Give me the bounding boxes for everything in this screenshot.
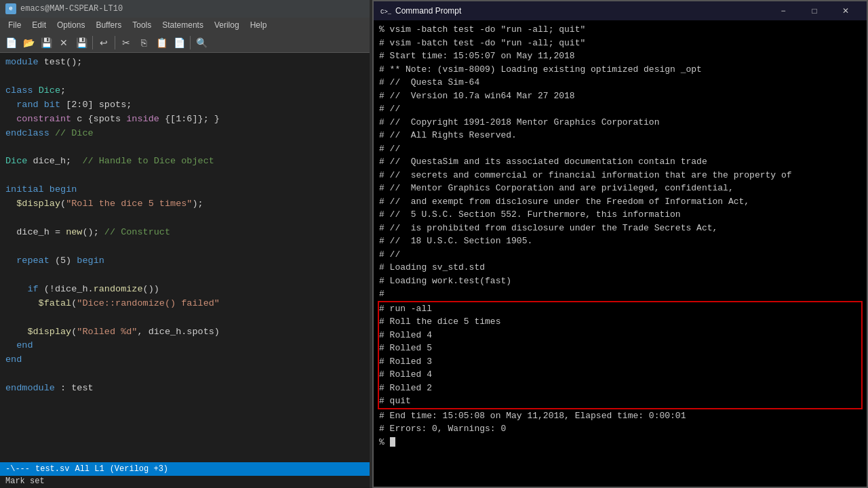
cmd-line-20: # — [379, 287, 861, 301]
cmd-line-29: # End time: 15:05:08 on May 11,2018, Ela… — [379, 409, 861, 423]
menu-file[interactable]: File — [3, 18, 26, 33]
cmd-line-4: # // Questa Sim-64 — [379, 76, 861, 89]
mode-filename: test.sv — [35, 464, 69, 474]
cmd-line-14: # // 5 U.S.C. Section 552. Furthermore, … — [379, 208, 861, 222]
cmd-window: C>_ Command Prompt − □ ✕ % vsim -batch t… — [372, 0, 868, 488]
code-line-7 — [0, 141, 370, 155]
copy-button[interactable]: ⎘ — [136, 35, 152, 51]
mode-position: All L1 — [75, 464, 104, 474]
cmd-line-16: # // 18 U.S.C. Section 1905. — [379, 235, 861, 248]
cmd-line-12: # // Mentor Graphics Corporation and are… — [379, 182, 861, 195]
code-line-13: dice_h = new(); // Construct — [0, 226, 370, 240]
cmd-line-27: # Rolled 2 — [379, 382, 861, 395]
code-line-5: constraint c {spots inside {[1:6]}; } — [0, 113, 370, 127]
cmd-prompt-line: % — [379, 436, 861, 449]
svg-text:C>_: C>_ — [380, 9, 391, 16]
cmd-line-23: # Rolled 4 — [379, 329, 861, 342]
menu-buffers[interactable]: Buffers — [90, 18, 127, 33]
undo-button[interactable]: ↩ — [96, 35, 112, 51]
cmd-line-10: # // QuestaSim and its associated docume… — [379, 155, 861, 169]
cmd-win-controls: − □ ✕ — [768, 1, 861, 20]
save-button[interactable]: 💾 — [38, 35, 54, 51]
code-line-1: module test(); — [0, 56, 370, 70]
code-line-24: endmodule : test — [0, 382, 370, 396]
emacs-titlebar: e emacs@MAM-CSPEAR-LT10 — [0, 0, 370, 18]
cmd-line-6: # // — [379, 102, 861, 116]
cmd-titlebar: C>_ Command Prompt − □ ✕ — [374, 1, 867, 20]
cmd-line-3: # ** Note: (vsim-8009) Loading existing … — [379, 63, 861, 77]
cmd-line-21: # run -all — [379, 302, 861, 316]
cmd-line-15: # // is prohibited from disclosure under… — [379, 222, 861, 235]
code-line-14 — [0, 240, 370, 254]
code-line-16 — [0, 268, 370, 283]
close-window-button[interactable]: ✕ — [830, 1, 861, 20]
paste-button[interactable]: 📋 — [153, 35, 170, 51]
minimize-button[interactable]: − — [768, 1, 799, 20]
code-line-23 — [0, 367, 370, 382]
emacs-menubar: File Edit Options Buffers Tools Statemen… — [0, 18, 370, 33]
code-line-18: $fatal("Dice::randomize() failed" — [0, 297, 370, 311]
cmd-title-text: Command Prompt — [395, 6, 461, 16]
cmd-line-8: # // All Rights Reserved. — [379, 129, 861, 142]
paste2-button[interactable]: 📄 — [171, 35, 187, 51]
close-button[interactable]: ✕ — [56, 35, 72, 51]
menu-edit[interactable]: Edit — [26, 18, 52, 33]
cmd-cursor — [390, 437, 395, 447]
code-line-17: if (!dice_h.randomize()) — [0, 283, 370, 297]
open-file-button[interactable]: 📂 — [20, 35, 37, 51]
emacs-title: emacs@MAM-CSPEAR-LT10 — [20, 4, 123, 14]
code-line-12 — [0, 211, 370, 226]
toolbar-sep-2 — [115, 36, 115, 49]
menu-tools[interactable]: Tools — [127, 18, 157, 33]
code-line-21: end — [0, 339, 370, 353]
code-line-6: endclass // Dice — [0, 127, 370, 141]
code-line-4: rand bit [2:0] spots; — [0, 98, 370, 113]
menu-statements[interactable]: Statements — [157, 18, 209, 33]
code-line-9 — [0, 169, 370, 183]
emacs-icon: e — [5, 3, 16, 14]
cmd-line-1: # vsim -batch test -do "run -all; quit" — [379, 37, 861, 50]
cmd-line-5: # // Version 10.7a win64 Mar 27 2018 — [379, 89, 861, 103]
code-line-22: end — [0, 353, 370, 367]
cmd-line-22: # Roll the dice 5 times — [379, 315, 861, 329]
cmd-line-24: # Rolled 5 — [379, 342, 861, 355]
minibuffer-text: Mark set — [5, 476, 45, 486]
emacs-code-area[interactable]: module test(); class Dice; rand bit [2:0… — [0, 53, 370, 462]
cmd-line-2: # Start time: 15:05:07 on May 11,2018 — [379, 49, 861, 63]
code-line-8: Dice dice_h; // Handle to Dice object — [0, 155, 370, 169]
emacs-window: e emacs@MAM-CSPEAR-LT10 File Edit Option… — [0, 0, 370, 488]
save-as-button[interactable]: 💾 — [73, 35, 90, 51]
code-line-15: repeat (5) begin — [0, 254, 370, 268]
toolbar-sep-1 — [92, 36, 93, 49]
code-line-2 — [0, 70, 370, 84]
cmd-line-30: # Errors: 0, Warnings: 0 — [379, 422, 861, 436]
search-button[interactable]: 🔍 — [193, 35, 210, 51]
cmd-content[interactable]: % vsim -batch test -do "run -all; quit" … — [374, 20, 867, 487]
code-line-11: $display("Roll the dice 5 times"); — [0, 197, 370, 211]
cmd-line-9: # // — [379, 142, 861, 156]
emacs-modeline: -\--- test.sv All L1 (Verilog +3) — [0, 462, 370, 476]
maximize-button[interactable]: □ — [799, 1, 830, 20]
code-line-20: $display("Rolled %d", dice_h.spots) — [0, 325, 370, 340]
cut-button[interactable]: ✂ — [118, 35, 134, 51]
new-file-button[interactable]: 📄 — [3, 35, 19, 51]
cmd-highlight-region: # run -all # Roll the dice 5 times # Rol… — [378, 301, 863, 409]
cmd-line-19: # Loading work.test(fast) — [379, 274, 861, 288]
code-line-3: class Dice; — [0, 84, 370, 98]
cmd-line-0: % vsim -batch test -do "run -all; quit" — [379, 23, 861, 37]
emacs-toolbar: 📄 📂 💾 ✕ 💾 ↩ ✂ ⎘ 📋 📄 🔍 — [0, 33, 370, 53]
code-line-10: initial begin — [0, 183, 370, 197]
mode-indicator: -\--- — [5, 464, 30, 474]
cmd-line-18: # Loading sv_std.std — [379, 261, 861, 274]
toolbar-sep-3 — [190, 36, 191, 49]
menu-verilog[interactable]: Verilog — [209, 18, 245, 33]
cmd-line-7: # // Copyright 1991-2018 Mentor Graphics… — [379, 116, 861, 129]
code-line-19 — [0, 311, 370, 325]
cmd-line-17: # // — [379, 248, 861, 262]
cmd-line-26: # Rolled 4 — [379, 368, 861, 382]
menu-options[interactable]: Options — [52, 18, 90, 33]
emacs-minibuffer: Mark set — [0, 476, 370, 488]
cmd-line-11: # // secrets and commercial or financial… — [379, 169, 861, 182]
mode-mode: (Verilog +3) — [110, 464, 168, 474]
menu-help[interactable]: Help — [245, 18, 273, 33]
